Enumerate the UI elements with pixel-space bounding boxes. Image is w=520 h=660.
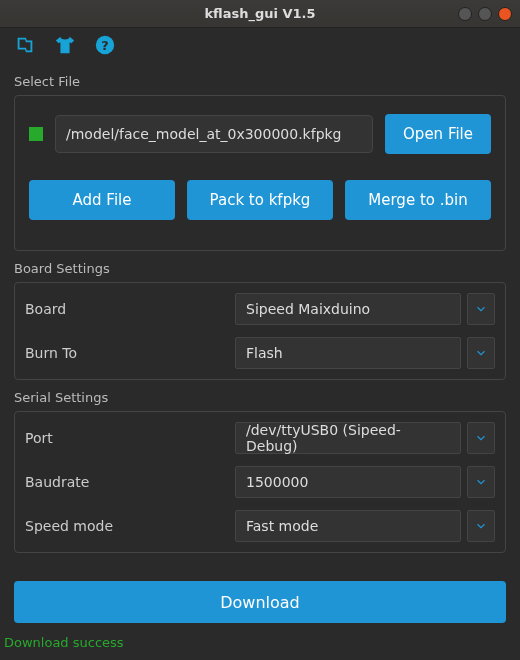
- open-file-button[interactable]: Open File: [385, 114, 491, 154]
- minimize-button[interactable]: [458, 7, 472, 21]
- board-select-value: Sipeed Maixduino: [246, 301, 370, 317]
- board-settings-panel: Board Sipeed Maixduino Burn To Flash: [14, 282, 506, 380]
- burn-to-row: Burn To Flash: [25, 331, 495, 375]
- speed-mode-row: Speed mode Fast mode: [25, 504, 495, 548]
- select-file-label: Select File: [14, 74, 506, 89]
- speed-mode-select-value: Fast mode: [246, 518, 318, 534]
- language-icon[interactable]: [14, 34, 36, 59]
- serial-settings-label: Serial Settings: [14, 390, 506, 405]
- port-select[interactable]: /dev/ttyUSB0 (Sipeed-Debug): [235, 422, 461, 454]
- port-label: Port: [25, 430, 235, 446]
- burn-to-select[interactable]: Flash: [235, 337, 461, 369]
- baudrate-select[interactable]: 1500000: [235, 466, 461, 498]
- board-settings-label: Board Settings: [14, 261, 506, 276]
- file-actions-row: Add File Pack to kfpkg Merge to .bin: [29, 180, 491, 220]
- speed-mode-label: Speed mode: [25, 518, 235, 534]
- maximize-button[interactable]: [478, 7, 492, 21]
- port-select-value: /dev/ttyUSB0 (Sipeed-Debug): [246, 422, 450, 454]
- window-title: kflash_gui V1.5: [0, 6, 520, 21]
- burn-to-label: Burn To: [25, 345, 235, 361]
- status-text: Download success: [0, 631, 520, 654]
- select-file-group: Select File Open File Add File Pack to k…: [14, 74, 506, 251]
- chevron-down-icon[interactable]: [467, 510, 495, 542]
- chevron-down-icon[interactable]: [467, 466, 495, 498]
- file-path-input[interactable]: [55, 115, 373, 153]
- titlebar: kflash_gui V1.5: [0, 0, 520, 28]
- select-file-box: Open File Add File Pack to kfpkg Merge t…: [14, 95, 506, 251]
- file-row: Open File: [29, 114, 491, 154]
- speed-mode-select[interactable]: Fast mode: [235, 510, 461, 542]
- chevron-down-icon[interactable]: [467, 337, 495, 369]
- board-label: Board: [25, 301, 235, 317]
- svg-text:?: ?: [101, 37, 108, 52]
- chevron-down-icon[interactable]: [467, 293, 495, 325]
- window-controls: [458, 7, 512, 21]
- baudrate-row: Baudrate 1500000: [25, 460, 495, 504]
- baudrate-label: Baudrate: [25, 474, 235, 490]
- board-settings-group: Board Settings Board Sipeed Maixduino Bu…: [14, 261, 506, 380]
- burn-to-select-value: Flash: [246, 345, 283, 361]
- merge-bin-button[interactable]: Merge to .bin: [345, 180, 491, 220]
- toolbar: ?: [0, 28, 520, 64]
- content-area: Select File Open File Add File Pack to k…: [0, 64, 520, 563]
- download-button[interactable]: Download: [14, 581, 506, 623]
- board-row: Board Sipeed Maixduino: [25, 287, 495, 331]
- close-button[interactable]: [498, 7, 512, 21]
- serial-settings-group: Serial Settings Port /dev/ttyUSB0 (Sipee…: [14, 390, 506, 553]
- serial-settings-panel: Port /dev/ttyUSB0 (Sipeed-Debug) Baudrat…: [14, 411, 506, 553]
- help-icon[interactable]: ?: [94, 34, 116, 59]
- port-row: Port /dev/ttyUSB0 (Sipeed-Debug): [25, 416, 495, 460]
- baudrate-select-value: 1500000: [246, 474, 308, 490]
- shirt-icon[interactable]: [54, 34, 76, 59]
- pack-kfpkg-button[interactable]: Pack to kfpkg: [187, 180, 333, 220]
- file-color-swatch[interactable]: [29, 127, 43, 141]
- board-select[interactable]: Sipeed Maixduino: [235, 293, 461, 325]
- chevron-down-icon[interactable]: [467, 422, 495, 454]
- add-file-button[interactable]: Add File: [29, 180, 175, 220]
